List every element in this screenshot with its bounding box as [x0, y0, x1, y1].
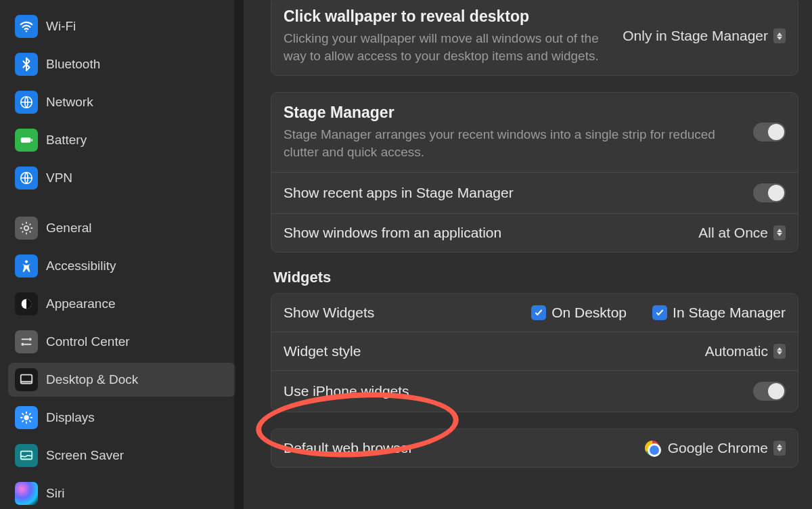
svg-point-5	[24, 226, 28, 230]
use-iphone-widgets-label: Use iPhone widgets	[284, 383, 740, 399]
sidebar-item-control-center[interactable]: Control Center	[8, 325, 235, 359]
svg-point-6	[25, 260, 28, 263]
svg-point-0	[26, 30, 28, 32]
sidebar-item-label: Screen Saver	[46, 448, 229, 463]
sidebar-item-general[interactable]: General	[8, 211, 235, 245]
sidebar-item-label: Battery	[46, 133, 229, 148]
desktop-dock-icon	[15, 368, 38, 391]
network-icon	[15, 91, 38, 114]
chevron-updown-icon	[773, 344, 786, 359]
click-wallpaper-desc: Clicking your wallpaper will move all wi…	[284, 30, 609, 64]
sidebar-item-label: Appearance	[46, 296, 229, 311]
stage-manager-toggle[interactable]	[753, 123, 786, 141]
click-wallpaper-title: Click wallpaper to reveal desktop	[284, 7, 609, 26]
on-desktop-checkbox[interactable]: On Desktop	[531, 305, 627, 321]
sidebar-item-desktop-dock[interactable]: Desktop & Dock	[8, 363, 235, 397]
widgets-heading: Widgets	[273, 269, 796, 286]
chevron-updown-icon	[773, 225, 786, 240]
control-center-icon	[15, 330, 38, 353]
sidebar-item-label: Bluetooth	[46, 57, 229, 72]
widget-style-select[interactable]: Automatic	[705, 343, 786, 359]
recent-apps-toggle[interactable]	[753, 183, 786, 202]
appearance-icon	[15, 292, 38, 315]
chevron-updown-icon	[773, 28, 786, 43]
show-widgets-label: Show Widgets	[284, 305, 505, 321]
displays-icon	[15, 406, 38, 429]
svg-point-11	[24, 415, 28, 420]
svg-rect-2	[21, 137, 31, 142]
vpn-icon	[15, 167, 38, 190]
use-iphone-widgets-toggle[interactable]	[753, 382, 786, 401]
sidebar-item-label: Accessibility	[46, 259, 229, 273]
accessibility-icon	[15, 255, 38, 278]
click-wallpaper-value: Only in Stage Manager	[623, 28, 768, 44]
default-browser-value: Google Chrome	[668, 440, 768, 456]
show-windows-value: All at Once	[698, 225, 768, 241]
sidebar-item-bluetooth[interactable]: Bluetooth	[8, 47, 235, 81]
svg-point-8	[28, 338, 31, 340]
show-windows-label: Show windows from an application	[284, 225, 685, 241]
svg-rect-3	[31, 139, 32, 141]
sidebar-item-label: Network	[46, 95, 229, 110]
screen-saver-icon	[15, 444, 38, 467]
sidebar-item-label: Siri	[46, 486, 229, 501]
sidebar-item-displays[interactable]: Displays	[8, 401, 235, 435]
recent-apps-label: Show recent apps in Stage Manager	[284, 185, 740, 201]
sidebar-item-siri[interactable]: Siri	[8, 477, 235, 509]
svg-point-9	[21, 343, 24, 346]
sidebar-item-accessibility[interactable]: Accessibility	[8, 249, 235, 283]
sidebar-item-battery[interactable]: Battery	[8, 123, 235, 157]
panel-click-wallpaper: Click wallpaper to reveal desktop Clicki…	[271, 0, 798, 76]
sidebar-item-vpn[interactable]: VPN	[8, 161, 235, 195]
sidebar-item-label: Wi-Fi	[46, 19, 229, 34]
on-desktop-label: On Desktop	[551, 305, 627, 321]
default-browser-label: Default web browser	[284, 440, 631, 456]
sidebar-item-label: Control Center	[46, 334, 229, 349]
checkbox-checked-icon	[652, 305, 667, 320]
sidebar: Wi-Fi Bluetooth Network Battery VPN Gene…	[0, 0, 244, 509]
in-stage-manager-checkbox[interactable]: In Stage Manager	[652, 305, 786, 321]
panel-default-browser: Default web browser Google Chrome	[271, 428, 798, 468]
checkbox-checked-icon	[531, 305, 546, 320]
show-windows-select[interactable]: All at Once	[698, 225, 786, 241]
click-wallpaper-select[interactable]: Only in Stage Manager	[623, 28, 786, 44]
sidebar-item-appearance[interactable]: Appearance	[8, 287, 235, 321]
stage-manager-title: Stage Manager	[284, 104, 740, 122]
widget-style-value: Automatic	[705, 343, 768, 359]
wifi-icon	[15, 15, 38, 38]
sidebar-item-screen-saver[interactable]: Screen Saver	[8, 439, 235, 472]
sidebar-item-label: Displays	[46, 410, 229, 425]
sidebar-item-label: Desktop & Dock	[46, 372, 229, 387]
battery-icon	[15, 129, 38, 152]
sidebar-item-label: General	[46, 221, 229, 236]
stage-manager-desc: Stage Manager arranges your recent windo…	[284, 126, 740, 160]
settings-content: Click wallpaper to reveal desktop Clicki…	[244, 0, 812, 509]
chevron-updown-icon	[773, 441, 786, 456]
bluetooth-icon	[15, 53, 38, 76]
in-stage-manager-label: In Stage Manager	[673, 305, 786, 321]
gear-icon	[15, 217, 38, 240]
widget-style-label: Widget style	[284, 343, 692, 359]
default-browser-select[interactable]: Google Chrome	[645, 440, 786, 456]
sidebar-item-network[interactable]: Network	[8, 85, 235, 119]
panel-stage-manager: Stage Manager Stage Manager arranges you…	[271, 92, 798, 252]
sidebar-item-wifi[interactable]: Wi-Fi	[8, 9, 235, 43]
siri-icon	[15, 482, 38, 505]
panel-widgets: Show Widgets On Desktop In Stage Manager…	[271, 293, 798, 412]
chrome-icon	[645, 441, 660, 456]
sidebar-item-label: VPN	[46, 171, 229, 185]
